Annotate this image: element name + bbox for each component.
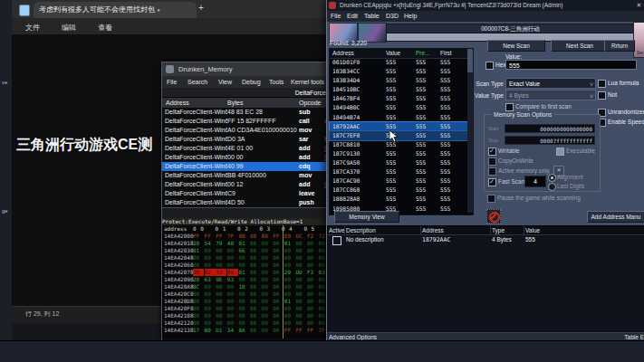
col-address[interactable]: Address — [332, 50, 354, 56]
add-address-manually-button[interactable]: Add Address Manu — [587, 211, 644, 223]
disasm-row[interactable]: DeltaForceClient-Win6A0 CD3A4E0100000010… — [162, 126, 332, 135]
scan-result-row[interactable]: 18494B74555555555 — [330, 113, 467, 122]
menu-view[interactable]: View — [218, 79, 232, 85]
pause-game-checkbox[interactable] — [487, 195, 495, 203]
column-divider[interactable] — [420, 226, 421, 234]
scan-result-row[interactable]: 187C7EF0555555555 — [330, 131, 467, 140]
next-scan-button[interactable]: Next Scan — [551, 40, 609, 52]
hex-row[interactable]: 14EA420782B0213050100000020DDF303 — [162, 269, 332, 276]
disasm-row[interactable]: DeltaForceClient-Win64E 01 00add[ — [162, 144, 332, 153]
col-address[interactable]: Address — [166, 98, 189, 108]
menu-file[interactable]: File — [331, 13, 341, 19]
menu-search[interactable]: Search — [187, 79, 207, 85]
executable-checkbox[interactable] — [556, 148, 564, 156]
fast-scan-alignment-input[interactable]: 4 — [524, 176, 546, 187]
new-scan-button[interactable]: New Scan — [487, 40, 545, 52]
scan-scrollbar[interactable] — [467, 49, 473, 213]
hex-row[interactable]: 14EA42000FFFFFF7F000080FFE0DCF272 — [162, 233, 332, 240]
col-type[interactable]: Type — [492, 227, 505, 233]
close-icon[interactable]: ✕ — [633, 0, 644, 11]
col-active[interactable]: Active — [329, 227, 345, 233]
lua-formula-checkbox[interactable] — [598, 80, 606, 88]
hex-row[interactable]: 14EA420A80C0000001000000000000000 — [162, 283, 332, 291]
not-checkbox[interactable] — [598, 91, 606, 100]
hex-row[interactable]: 14EA4209020639E930000000000000000 — [162, 276, 332, 283]
notepad-tab[interactable]: 考虑到有很多人可能不会使用找封包 ● — [34, 2, 197, 18]
ce-titlebar[interactable]: Drunken CEAppjqiu +x[h]uEngl 3#E,FprrN73… — [327, 0, 644, 11]
scrollbar-thumb[interactable] — [467, 49, 473, 72]
value-type-dropdown[interactable]: 4 Bytes˅ — [505, 90, 596, 100]
scan-stop-input[interactable]: 00007fffffffffff — [505, 136, 595, 145]
col-previous[interactable]: Pre... — [416, 50, 430, 56]
menu-file[interactable]: 文件 — [25, 23, 40, 33]
hex-rows[interactable]: 14EA42000FFFFFF7F000080FFE0DCF27214EA420… — [162, 233, 332, 334]
scan-result-row[interactable]: 187CC868555555555 — [330, 186, 467, 195]
writable-checkbox[interactable] — [488, 148, 496, 156]
hex-row[interactable]: 14EA42060000000000000000000000000 — [162, 262, 332, 269]
active-memory-only-checkbox[interactable] — [488, 167, 496, 176]
hex-row[interactable]: 14EA420C0000000000000000000000000 — [162, 291, 332, 298]
col-first[interactable]: First — [440, 50, 452, 56]
hex-row[interactable]: 14EA4213817B0D1340A000000FFFFFF7F — [162, 327, 332, 334]
scan-result-row[interactable]: 183B34D4555555555 — [330, 76, 467, 85]
scan-result-row[interactable]: 18792AAC555555555 — [330, 122, 467, 131]
disasm-row[interactable]: DeltaForceClient-Win6C9leave — [162, 189, 332, 198]
cheat-table-headers[interactable]: Active Description Address Type Value — [327, 226, 644, 235]
hex-row[interactable]: 14EA42048000000000000000000000000 — [162, 254, 332, 262]
notepad-titlebar[interactable]: 考虑到有很多人可能不会使用找封包 ● + — [12, 0, 326, 18]
disasm-row[interactable]: DeltaForceClient-Win64D 50push — [162, 198, 332, 207]
drunken-titlebar[interactable]: Drunken_Memory — [162, 62, 332, 76]
disasm-column-headers[interactable]: Address Bytes Opcode — [162, 98, 332, 108]
disasm-row[interactable]: DeltaForceClient-Win6FF 15 82FFFFFFcallq — [162, 117, 332, 126]
scan-result-row[interactable]: 187CAC90555555555 — [330, 176, 467, 186]
hex-checkbox[interactable] — [485, 62, 494, 70]
menu-edit[interactable]: Edit — [347, 13, 358, 19]
cheat-table-row[interactable]: No description 18792AAC 4 Bytes 555 — [327, 235, 644, 245]
column-divider[interactable] — [524, 226, 524, 234]
col-description[interactable]: Description — [346, 227, 376, 233]
hex-row[interactable]: 14EA420D8000000000000000001000000 — [162, 298, 332, 305]
hex-row[interactable]: 14EA420F0000000000000000000000000 — [162, 305, 332, 312]
scan-start-input[interactable]: 0000000000000000 — [505, 124, 595, 133]
scan-result-row[interactable]: 187CA370555555555 — [330, 167, 467, 176]
menu-table[interactable]: Table — [364, 13, 380, 19]
scan-result-row[interactable]: 184510BC555555555 — [330, 85, 467, 94]
disasm-row[interactable]: DeltaForceClient-Win648 83 EC 28sub — [162, 108, 332, 117]
last-digits-radio[interactable] — [548, 183, 556, 191]
scan-result-row[interactable]: 183B34CC555555555 — [330, 67, 467, 76]
col-address[interactable]: Address — [422, 227, 444, 233]
disasm-row[interactable]: DeltaForceClient-Win6D0 3Asarb — [162, 135, 332, 144]
menu-tools[interactable]: Tools — [269, 79, 284, 85]
scan-result-row[interactable]: 001D01F0555555555 — [330, 58, 467, 67]
menu-help[interactable]: Help — [404, 13, 417, 19]
menu-kernel-tools[interactable]: Kernel tools — [291, 79, 324, 85]
column-divider[interactable] — [490, 226, 491, 234]
alignment-radio[interactable] — [548, 174, 556, 182]
col-bytes[interactable]: Bytes — [227, 98, 244, 108]
advanced-options-label[interactable]: Advanced Options — [329, 334, 377, 340]
cancel-scan-icon[interactable] — [486, 209, 501, 224]
column-divider[interactable] — [344, 226, 345, 234]
hex-row[interactable]: 14EA42108000000000000000000000000 — [162, 312, 332, 319]
col-value[interactable]: Value — [386, 50, 400, 56]
menu-view[interactable]: 查看 — [98, 23, 112, 33]
col-value[interactable]: Value — [525, 227, 540, 233]
menu-d3d[interactable]: D3D — [386, 13, 399, 19]
hex-row[interactable]: 14EA42030010000006600000000000000 — [162, 247, 332, 254]
copyonwrite-checkbox[interactable] — [488, 157, 496, 166]
fast-scan-checkbox[interactable] — [488, 178, 496, 186]
compare-first-scan-checkbox[interactable] — [505, 103, 514, 111]
disasm-row[interactable]: DeltaForceClient-Win600 00add[ — [162, 153, 332, 162]
menu-file[interactable]: File — [167, 79, 177, 85]
scan-result-row[interactable]: 18467BF4555555555 — [330, 94, 467, 103]
return-button[interactable]: Rrturn — [604, 40, 635, 52]
scan-value-input[interactable]: 555 — [505, 60, 637, 70]
menu-debug[interactable]: Debug — [242, 79, 261, 85]
scan-result-row[interactable]: 188828A8555555555 — [330, 195, 467, 204]
table-extras-label[interactable]: Table E — [624, 334, 644, 340]
disasm-row[interactable]: DeltaForceClient-Win640 99cdq — [162, 162, 332, 171]
scan-result-row[interactable]: 187C8810555555555 — [330, 140, 467, 149]
new-tab-button[interactable]: + — [198, 3, 204, 13]
col-opcode[interactable]: Opcode — [299, 98, 322, 108]
scan-result-row[interactable]: 187C9A50555555555 — [330, 158, 467, 167]
